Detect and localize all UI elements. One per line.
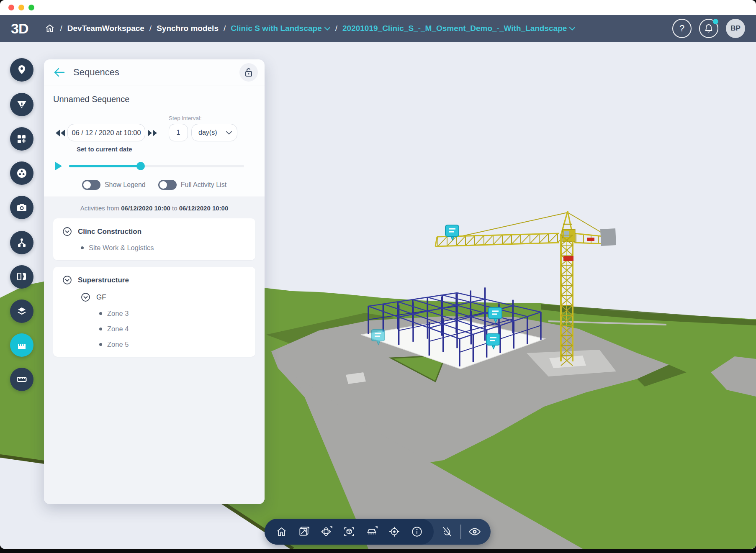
app-logo[interactable]: 3D [11, 20, 28, 37]
notification-badge [713, 19, 718, 24]
sequences-icon [16, 339, 28, 351]
panel-header: Sequences [44, 59, 265, 85]
group-clinc-construction[interactable]: Clinc Construction [62, 227, 246, 236]
show-legend-toggle[interactable]: Show Legend [82, 180, 146, 190]
bell-icon [704, 23, 713, 33]
sequence-controls: Unnamed Sequence Step interval: day(s) [44, 85, 265, 197]
activities-summary: Activities from 06/12/2020 10:00 to 06/1… [53, 205, 255, 212]
layers-icon [16, 305, 28, 317]
sidebar-item-measure-ruler[interactable] [10, 368, 33, 391]
compare-views-icon [16, 271, 28, 283]
location-pin-icon [16, 64, 28, 76]
sidebar-item-apps-grid-add[interactable] [10, 127, 33, 151]
slider-thumb[interactable] [136, 162, 145, 170]
hide-markers-button[interactable] [437, 519, 457, 545]
step-back-button[interactable] [53, 125, 67, 141]
activity-group-card: Clinc Construction Site Work & Logistics [53, 218, 255, 260]
activities-section: Activities from 06/12/2020 10:00 to 06/1… [44, 197, 265, 504]
minimize-window-button[interactable] [18, 5, 24, 10]
activity-group-card: Superstructure GF Zone 3 Zone 4 Zone 5 [53, 267, 255, 357]
maximize-window-button[interactable] [28, 5, 34, 10]
sidebar-item-hierarchy[interactable] [10, 231, 33, 254]
breadcrumb-project-dropdown[interactable]: Clinic S with Landscape [231, 24, 330, 33]
navbar-actions: ? BP [672, 19, 745, 38]
orbit-button[interactable] [316, 519, 337, 545]
sidebar-item-media-reel[interactable] [10, 161, 33, 185]
activity-item[interactable]: Zone 5 [99, 341, 246, 348]
visibility-button[interactable] [465, 519, 485, 545]
breadcrumb-model-dropdown[interactable]: 20201019_Clinic_S_-_M_Osment_Demo_-_With… [342, 24, 575, 33]
chevron-circle-icon [81, 292, 90, 302]
sidebar-item-camera[interactable] [10, 196, 33, 219]
top-navbar: 3D / DevTeamWorkspace / Synchro models /… [0, 15, 756, 42]
saved-views-button[interactable] [294, 519, 314, 545]
activity-item[interactable]: Zone 3 [99, 310, 246, 317]
unlock-icon [244, 67, 253, 77]
locate-button[interactable] [384, 519, 404, 545]
breadcrumb-models[interactable]: Synchro models [157, 24, 219, 33]
set-current-date-link[interactable]: Set to current date [77, 146, 132, 153]
sequences-panel: Sequences Unnamed Sequence Step interval… [44, 59, 265, 504]
breadcrumb: / DevTeamWorkspace / Synchro models / Cl… [45, 23, 672, 33]
toolbar-right-group [434, 519, 491, 545]
play-button[interactable] [53, 161, 64, 172]
sidebar-item-sequences[interactable] [10, 333, 33, 357]
full-activity-list-toggle[interactable]: Full Activity List [158, 180, 226, 190]
sidebar-item-compare-views[interactable] [10, 265, 33, 289]
media-reel-icon [16, 167, 28, 179]
hierarchy-icon [16, 237, 28, 248]
chevron-down-icon [226, 131, 232, 135]
notifications-button[interactable] [699, 19, 718, 38]
timeline-slider[interactable] [69, 162, 244, 170]
toggle-row: Show Legend Full Activity List [53, 180, 255, 190]
titlebar [0, 0, 756, 15]
close-window-button[interactable] [8, 5, 14, 10]
help-button[interactable]: ? [672, 19, 692, 38]
panel-title: Sequences [73, 67, 239, 78]
date-input[interactable] [67, 124, 145, 141]
viewport-toolbar [265, 519, 491, 545]
chevron-circle-icon [62, 227, 72, 236]
activity-item[interactable]: Site Work & Logistics [81, 244, 246, 252]
chevron-down-icon [324, 27, 330, 31]
app-window: 3D / DevTeamWorkspace / Synchro models /… [0, 0, 756, 549]
step-interval-label: Step interval: [169, 115, 237, 121]
zoom-to-fit-button[interactable] [339, 519, 359, 545]
sidebar-item-location-pin[interactable] [10, 58, 33, 82]
group-superstructure[interactable]: Superstructure [62, 275, 246, 285]
step-value-input[interactable] [169, 124, 188, 141]
chevron-down-icon [569, 27, 575, 31]
home-icon[interactable] [45, 23, 55, 33]
playback-row [53, 161, 255, 172]
measure-ruler-icon [16, 374, 28, 385]
group-gf[interactable]: GF [81, 292, 246, 302]
breadcrumb-workspace[interactable]: DevTeamWorkspace [67, 24, 144, 33]
camera-icon [16, 202, 28, 213]
sequence-name: Unnamed Sequence [53, 95, 255, 104]
step-unit-select[interactable]: day(s) [191, 124, 237, 141]
user-avatar[interactable]: BP [726, 19, 745, 38]
sidebar-item-issues-warning[interactable] [10, 93, 33, 116]
toolbar-main-group [265, 519, 434, 545]
info-button[interactable] [407, 519, 427, 545]
toolbar-divider [460, 525, 461, 539]
issues-warning-icon [16, 99, 28, 110]
sidebar-item-layers[interactable] [10, 300, 33, 323]
section-box-button[interactable] [362, 519, 382, 545]
chevron-circle-icon [62, 275, 72, 285]
apps-grid-add-icon [16, 133, 28, 145]
back-button[interactable] [53, 66, 66, 79]
lock-button[interactable] [239, 63, 258, 82]
home-view-button[interactable] [271, 519, 291, 545]
step-forward-button[interactable] [145, 125, 159, 141]
activity-item[interactable]: Zone 4 [99, 325, 246, 333]
